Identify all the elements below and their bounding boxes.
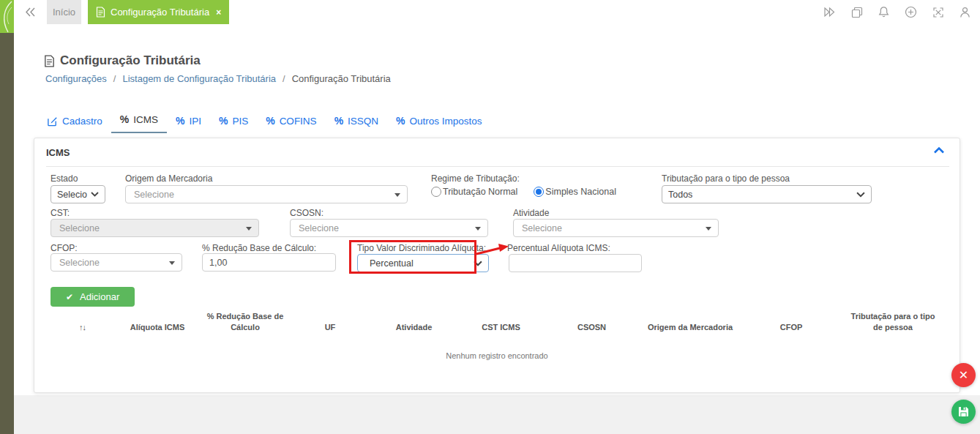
app-logo[interactable] [0, 0, 14, 33]
tab-inicio[interactable]: Início [47, 0, 81, 24]
atividade-select[interactable]: Selecione [513, 219, 719, 237]
panel-title: ICMS [46, 147, 70, 158]
page-title-text: Configuração Tributária [60, 53, 201, 68]
estado-value: Selecio [57, 190, 87, 200]
radio-icon[interactable] [431, 187, 441, 197]
cancel-fab-button[interactable]: ✕ [951, 363, 976, 387]
col-origem-mercadoria: Origem da Mercadoria [639, 322, 741, 333]
tab-cofins[interactable]: % COFINS [257, 111, 325, 133]
windows-copy-icon[interactable] [851, 7, 863, 18]
tab-icms-label: ICMS [133, 114, 158, 125]
radio-simples-nacional[interactable]: Simples Nacional [534, 187, 616, 197]
document-icon [44, 55, 55, 67]
dropdown-caret-icon [394, 193, 400, 197]
panel-collapse-button[interactable] [933, 146, 945, 154]
col-aliquota-icms: Alíquota ICMS [114, 322, 201, 333]
document-icon [96, 7, 105, 18]
percentual-icms-input[interactable] [509, 254, 642, 272]
leaf-logo-icon [0, 0, 14, 33]
radio-simples-nacional-label: Simples Nacional [545, 187, 616, 197]
tab-close-icon[interactable]: × [216, 7, 221, 18]
tab-pis[interactable]: % PIS [210, 111, 257, 133]
radio-icon[interactable] [534, 187, 544, 197]
reducao-input[interactable]: 1,00 [202, 253, 336, 272]
atividade-label: Atividade [513, 208, 549, 218]
fast-forward-icon[interactable] [823, 7, 836, 18]
percent-icon: % [334, 115, 343, 127]
tab-pis-label: PIS [232, 116, 248, 127]
origem-label: Origem da Mercadoria [125, 173, 212, 184]
radio-tributacao-normal-label: Tributação Normal [443, 187, 517, 197]
cst-label: CST: [51, 208, 70, 218]
tab-inicio-label: Início [53, 7, 75, 18]
tab-cofins-label: COFINS [280, 116, 317, 127]
chevron-down-icon [91, 192, 99, 197]
estado-label: Estado [51, 173, 78, 184]
empty-table-message: Nenhum registro encontrado [34, 351, 960, 360]
close-x-icon: ✕ [959, 368, 968, 382]
tab-cadastro[interactable]: Cadastro [38, 111, 111, 133]
tab-ipi-label: IPI [189, 116, 201, 127]
reducao-value: 1,00 [209, 258, 227, 268]
atividade-placeholder: Selecione [522, 223, 562, 233]
percent-icon: % [266, 115, 274, 127]
tipo-pessoa-label: Tributação para o tipo de pessoa [662, 173, 790, 184]
tipo-pessoa-select[interactable]: Todos [662, 185, 872, 203]
check-icon: ✔ [66, 292, 73, 302]
breadcrumb-separator: / [283, 73, 285, 84]
reducao-label: % Redução Base de Cálculo: [202, 243, 316, 253]
csosn-label: CSOSN: [290, 208, 323, 218]
cfop-select[interactable]: Selecione [51, 253, 182, 272]
cfop-placeholder: Selecione [59, 258, 100, 268]
dropdown-caret-icon [169, 261, 175, 265]
tab-ipi[interactable]: % IPI [167, 111, 210, 133]
save-fab-button[interactable] [951, 400, 976, 424]
origem-select[interactable]: Selecione [125, 185, 408, 203]
cst-select[interactable]: Selecione [51, 219, 259, 237]
tab-issqn-label: ISSQN [348, 116, 378, 127]
breadcrumb-configuracoes[interactable]: Configurações [45, 73, 107, 84]
sort-toggle-icon[interactable]: ↑↓ [51, 322, 114, 333]
tab-outros-impostos[interactable]: % Outros Impostos [387, 111, 491, 133]
top-bar: Início Configuração Tributária × [14, 0, 980, 24]
percent-icon: % [120, 113, 129, 125]
edit-pencil-icon [47, 116, 58, 127]
tab-issqn[interactable]: % ISSQN [326, 111, 387, 133]
tipo-pessoa-value: Todos [668, 190, 692, 200]
add-circle-icon[interactable] [905, 6, 917, 18]
save-floppy-icon [957, 405, 970, 418]
collapse-tabs-button[interactable] [14, 0, 47, 24]
csosn-select[interactable]: Selecione [290, 219, 488, 237]
adicionar-button-label: Adicionar [80, 291, 119, 302]
dropdown-caret-icon [246, 227, 252, 231]
tab-configuracao-tributaria[interactable]: Configuração Tributária × [88, 0, 229, 24]
tipo-valor-label: Tipo Valor Discriminado Alíquota: [357, 243, 486, 253]
adicionar-button[interactable]: ✔ Adicionar [51, 287, 135, 307]
dropdown-caret-icon [706, 227, 711, 231]
fullscreen-expand-icon[interactable] [932, 7, 944, 18]
breadcrumb-current: Configuração Tributária [292, 73, 391, 84]
tipo-valor-value: Percentual [364, 258, 414, 269]
breadcrumb: Configurações / Listagem de Configuração… [45, 73, 391, 84]
dropdown-caret-icon [475, 227, 481, 231]
results-table-header: ↑↓ Alíquota ICMS % Redução Base de Cálcu… [51, 311, 945, 334]
col-cst-icms: CST ICMS [457, 322, 545, 333]
collapsed-sidebar [0, 0, 14, 434]
footer-area [14, 395, 980, 434]
chevron-up-icon [933, 146, 945, 154]
radio-tributacao-normal[interactable]: Tributação Normal [431, 187, 517, 197]
col-csosn: CSOSN [545, 322, 639, 333]
notifications-bell-icon[interactable] [878, 6, 889, 18]
chevron-down-icon [474, 261, 482, 266]
breadcrumb-listagem[interactable]: Listagem de Configuração Tributária [122, 73, 276, 84]
col-atividade: Atividade [370, 322, 457, 333]
estado-select[interactable]: Selecio [51, 185, 105, 203]
tipo-valor-select[interactable]: Percentual [357, 254, 489, 272]
icms-panel: ICMS Estado Selecio Origem da Mercadoria… [34, 138, 960, 393]
user-profile-icon[interactable] [960, 7, 970, 18]
tab-icms[interactable]: % ICMS [111, 109, 167, 133]
tab-configuracao-label: Configuração Tributária [111, 7, 209, 18]
origem-placeholder: Selecione [134, 190, 174, 200]
regime-radio-group: Tributação Normal Simples Nacional [431, 187, 616, 197]
percent-icon: % [396, 115, 405, 127]
